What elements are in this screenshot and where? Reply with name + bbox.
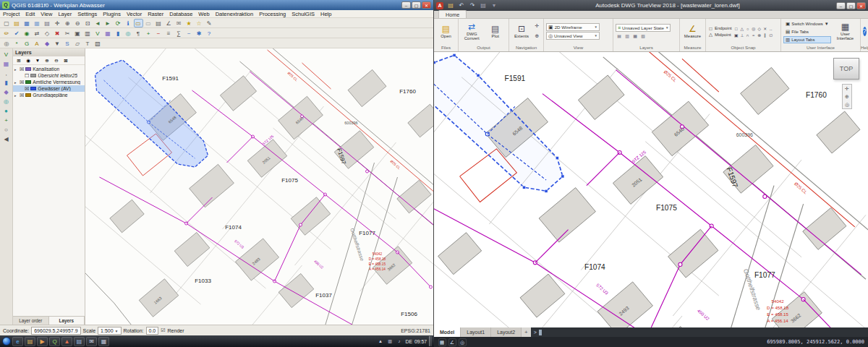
help-button[interactable]: ? xyxy=(863,27,867,36)
add-delimited-side-icon[interactable]: , xyxy=(1,69,11,77)
crs-status-icon[interactable]: ◎ xyxy=(2,39,12,48)
layout-tab[interactable]: Layout2 xyxy=(491,327,522,337)
pan-map-icon[interactable]: ✛ xyxy=(53,19,62,27)
volume-icon[interactable]: ♪ xyxy=(396,338,403,345)
layer-state-dropdown[interactable]: ≡Unsaved Layer State▼ xyxy=(616,24,671,32)
paste-features-icon[interactable]: ▥ xyxy=(83,29,93,38)
add-delimited-text-icon[interactable]: ¶ xyxy=(134,29,143,38)
snap-midpoint-icon[interactable]: △ xyxy=(739,25,745,32)
add-vector-layer-icon[interactable]: V xyxy=(93,29,103,38)
viewcube[interactable]: TOP xyxy=(833,58,859,80)
layer-checkbox[interactable]: ☒ xyxy=(20,93,24,98)
expand-arrow-icon[interactable]: ▸ xyxy=(14,80,18,85)
zoom-realtime-icon[interactable]: ⊕ xyxy=(534,32,541,41)
open-attribute-table-icon[interactable]: ▤ xyxy=(154,19,163,27)
remove-layer-icon[interactable]: − xyxy=(154,29,163,38)
menu-item[interactable]: Database xyxy=(166,11,195,17)
expand-all-icon[interactable]: ⊕ xyxy=(43,56,51,64)
qat-redo-icon[interactable]: ↷ xyxy=(468,1,477,9)
add-wms-side-icon[interactable]: ◎ xyxy=(1,97,11,106)
python-console-icon[interactable]: ~ xyxy=(184,29,194,38)
minimize-button[interactable]: – xyxy=(401,1,411,9)
menu-item[interactable]: SchulGIS xyxy=(289,11,318,17)
command-line[interactable]: > xyxy=(531,327,868,337)
menu-item[interactable]: Plugins xyxy=(100,11,124,17)
expand-arrow-icon[interactable]: ▸ xyxy=(14,67,18,72)
qat-open-icon[interactable]: ▤ xyxy=(446,1,456,9)
user-interface-button[interactable]: ▦User Interface xyxy=(833,22,858,41)
scale-combobox[interactable]: 1:500 ▼ xyxy=(98,327,121,335)
add-vector-layer-side-icon[interactable]: V xyxy=(1,50,11,59)
new-shapefile-side-icon[interactable]: + xyxy=(1,116,11,124)
new-bookmark-icon[interactable]: ★ xyxy=(184,19,194,27)
save-edits-icon[interactable]: ✔ xyxy=(12,29,22,38)
media-player-icon[interactable]: ▶ xyxy=(37,337,48,346)
layer-item[interactable]: ☒ Gewässer (AV) xyxy=(13,85,85,92)
add-wms-layer-icon[interactable]: ◎ xyxy=(124,29,133,38)
switch-windows-button[interactable]: ▣Switch Windows▼ xyxy=(783,20,831,27)
map-overview-icon[interactable]: ▧ xyxy=(93,39,103,48)
navbar-zoom-icon[interactable]: ⊕ xyxy=(845,93,849,100)
move-feature-icon[interactable]: ⇄ xyxy=(33,29,42,38)
collapse-all-icon[interactable]: ⊖ xyxy=(53,56,61,64)
tv-close-button[interactable]: ✕ xyxy=(856,2,866,9)
datenextraktion-tool-icon[interactable]: ▼ xyxy=(53,39,62,48)
new-layout-button[interactable]: + xyxy=(522,327,531,337)
grass-tools-icon[interactable]: G xyxy=(22,39,32,48)
menu-item[interactable]: Layer xyxy=(55,11,75,17)
text-annotation-icon[interactable]: T xyxy=(83,39,93,48)
qat-dropdown-icon[interactable]: ▾ xyxy=(490,1,499,9)
notepad-icon[interactable]: ▤ xyxy=(74,337,85,346)
remove-layer-group-icon[interactable]: ⊠ xyxy=(62,56,70,64)
schulgis-tool-icon[interactable]: S xyxy=(63,39,72,48)
trueview-taskbar-icon[interactable]: ▲ xyxy=(61,337,72,346)
measure-area-icon[interactable]: ▱ xyxy=(73,39,82,48)
snap-center-icon[interactable]: ○ xyxy=(745,25,751,32)
delete-selected-icon[interactable]: ✖ xyxy=(53,29,62,38)
maximize-button[interactable]: ▢ xyxy=(412,1,421,9)
object-snap-status-icon[interactable]: ◎ xyxy=(459,338,467,346)
navbar-pan-icon[interactable]: ✛ xyxy=(845,85,849,93)
zoom-out-icon[interactable]: ⊖ xyxy=(73,19,82,27)
dwg-convert-button[interactable]: ⇄DWG Convert xyxy=(461,22,483,41)
refresh-map-icon[interactable]: ⟳ xyxy=(114,19,123,27)
menu-item[interactable]: Project xyxy=(0,11,22,17)
add-spatialite-side-icon[interactable]: ◆ xyxy=(1,87,11,96)
qgis-taskbar-icon[interactable]: Q xyxy=(49,337,60,346)
network-icon[interactable]: ▥ xyxy=(386,338,393,345)
show-desktop-button[interactable] xyxy=(429,336,432,346)
grid-display-icon[interactable]: ▦ xyxy=(438,338,446,346)
snap-nearest-icon[interactable]: ≈ xyxy=(751,32,757,38)
map-tips-icon[interactable]: ✉ xyxy=(174,19,184,27)
explorer-icon[interactable]: ▤ xyxy=(25,337,35,346)
layer-checkbox[interactable]: ☒ xyxy=(20,80,24,85)
plot-button[interactable]: ▤Plot xyxy=(485,25,507,38)
trueview-map-canvas[interactable]: F1591F1760F1075F1597F1074F1077F1033F1037… xyxy=(434,52,868,327)
language-indicator[interactable]: DE xyxy=(406,339,412,344)
layer-item[interactable]: ▸ ☒ Grundlagepläne xyxy=(13,92,85,98)
snap-apparent-icon[interactable]: ⊗ xyxy=(757,32,762,38)
new-project-icon[interactable]: ▢ xyxy=(2,19,12,27)
navbar-orbit-icon[interactable]: ◎ xyxy=(845,100,849,108)
close-button[interactable]: ✕ xyxy=(422,1,431,9)
add-raster-layer-side-icon[interactable]: ▦ xyxy=(1,59,11,68)
layer-on-icon[interactable]: ▤ xyxy=(616,33,623,39)
show-bookmarks-icon[interactable]: ☆ xyxy=(195,19,204,27)
new-shapefile-icon[interactable]: + xyxy=(144,29,153,38)
layer-color-icon[interactable]: ▧ xyxy=(640,33,647,39)
add-postgis-side-icon[interactable]: ▮ xyxy=(1,78,11,87)
layer-item[interactable]: ▸ ☒ Amtliche Vermessung xyxy=(13,79,85,85)
qat-undo-icon[interactable]: ↶ xyxy=(457,1,467,9)
node-tool-icon[interactable]: ◇ xyxy=(43,29,52,38)
menu-item[interactable]: Raster xyxy=(145,11,166,17)
snap-quadrant-icon[interactable]: ◇ xyxy=(757,25,762,32)
zoom-extents-button[interactable]: ⊡Extents xyxy=(511,25,532,38)
identify-features-icon[interactable]: ℹ xyxy=(124,19,133,27)
deselect-all-icon[interactable]: ▭ xyxy=(144,19,153,27)
start-button[interactable] xyxy=(2,337,11,346)
select-rectangle-icon[interactable]: ▭ xyxy=(134,19,143,27)
zoom-full-icon[interactable]: ⊡ xyxy=(83,19,93,27)
snap-perpendicular-icon[interactable]: ⊥ xyxy=(739,32,745,38)
named-view-dropdown[interactable]: ◎Unsaved View▼ xyxy=(546,32,600,40)
menu-item[interactable]: Web xyxy=(195,11,212,17)
